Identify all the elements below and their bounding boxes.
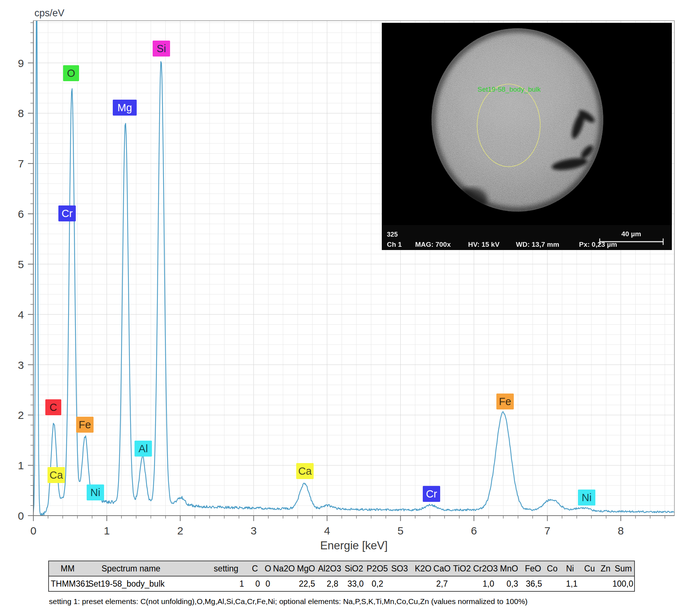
table-column-header: Ni [559, 561, 580, 576]
element-label-text: Mg [117, 102, 132, 113]
table-column-header: Zn [599, 561, 612, 576]
table-cell: THMM361 [49, 576, 86, 591]
table-cell: 1 [205, 576, 247, 591]
table-column-header: FeO [521, 561, 545, 576]
y-axis-unit-label: cps/eV [34, 8, 65, 18]
table-cell [545, 576, 559, 591]
eds-report-page: 0123456780123456789 SiOMgCrCFeAlCaNiCaCr… [0, 0, 686, 616]
table-column-header: MnO [497, 561, 521, 576]
sem-info-item: MAG: 700x [415, 241, 451, 248]
element-label-text: Fe [499, 396, 511, 407]
y-tick-label: 0 [18, 510, 24, 522]
element-label-text: Ca [49, 469, 63, 481]
quantification-table: MMSpectrum namesettingCONa2OMgOAl2O3SiO2… [48, 561, 635, 592]
x-axis-title: Energie [keV] [320, 539, 388, 552]
table-cell [580, 576, 599, 591]
y-tick-label: 1 [18, 459, 24, 471]
table-cell: 100,0 [612, 576, 635, 591]
table-column-header: C [247, 561, 263, 576]
table-cell: 0,2 [367, 576, 386, 591]
element-label-text: Fe [79, 419, 91, 430]
y-tick-label: 6 [18, 208, 24, 220]
table-column-header: O [263, 561, 273, 576]
x-tick-label: 4 [324, 525, 330, 537]
element-label-ca: Ca [47, 467, 65, 483]
table-cell: 2,8 [318, 576, 341, 591]
element-label-text: Ca [298, 465, 312, 477]
table-column-header: P2O5 [367, 561, 386, 576]
table-cell [451, 576, 473, 591]
table-column-header: Sum [612, 561, 635, 576]
element-label-text: Cr [62, 208, 73, 219]
element-label-fe: Fe [76, 417, 94, 433]
table-column-header: Spectrum name [86, 561, 205, 576]
element-label-cr: Cr [58, 205, 76, 221]
x-tick-label: 7 [544, 525, 550, 537]
table-cell: 1,1 [559, 576, 580, 591]
element-label-text: Cr [426, 488, 437, 500]
sem-inset-image: Set19-58_body_bulk 325 Ch 1MAG: 700xHV: … [382, 19, 672, 250]
element-label-text: C [50, 401, 57, 413]
analysis-region-label: Set19-58_body_bulk [478, 86, 541, 93]
table-column-header: Al2O3 [318, 561, 341, 576]
table-column-header: Cr2O3 [473, 561, 497, 576]
table-cell: 0 [247, 576, 263, 591]
element-label-fe: Fe [496, 394, 514, 409]
x-tick-label: 0 [30, 525, 37, 537]
element-label-c: C [45, 399, 61, 415]
sem-frame-number: 325 [387, 231, 398, 238]
quantification-table-wrap: MMSpectrum namesettingCONa2OMgOAl2O3SiO2… [48, 561, 635, 592]
table-column-header: setting [205, 561, 247, 576]
table-column-header: SO3 [386, 561, 413, 576]
element-label-ni: Ni [578, 490, 595, 505]
table-cell: 0,3 [497, 576, 521, 591]
sem-info-item: WD: 13,7 mm [516, 241, 559, 248]
y-tick-label: 9 [18, 57, 24, 69]
element-label-text: O [67, 67, 75, 79]
table-column-header: SiO2 [341, 561, 367, 576]
table-footnote: setting 1: preset elements: C(not unfold… [49, 597, 528, 606]
table-column-header: TiO2 [451, 561, 473, 576]
y-tick-label: 2 [18, 409, 24, 421]
table-row: THMM361Set19-58_body_bulk10022,52,833,00… [49, 576, 635, 591]
sem-info-item: Ch 1 [387, 241, 402, 248]
table-cell: 0 [263, 576, 273, 591]
eds-spectrum-chart: 0123456780123456789 SiOMgCrCFeAlCaNiCaCr… [0, 0, 686, 558]
table-cell [386, 576, 413, 591]
x-tick-label: 3 [251, 525, 257, 537]
table-cell [599, 576, 612, 591]
element-label-text: Al [139, 443, 148, 454]
table-column-header: K2O [413, 561, 433, 576]
table-cell: 2,7 [433, 576, 451, 591]
table-column-header: Co [545, 561, 559, 576]
table-column-header: Na2O [273, 561, 294, 576]
x-tick-label: 6 [471, 525, 477, 537]
x-tick-label: 1 [104, 525, 110, 537]
table-cell [273, 576, 294, 591]
table-column-header: CaO [433, 561, 451, 576]
table-cell [413, 576, 433, 591]
table-cell: 33,0 [341, 576, 367, 591]
element-label-ca: Ca [296, 463, 314, 479]
y-tick-label: 4 [18, 309, 24, 321]
sem-info-item: HV: 15 kV [468, 241, 500, 248]
y-tick-label: 3 [18, 359, 24, 371]
table-cell: 1,0 [473, 576, 497, 591]
table-cell: Set19-58_body_bulk [86, 576, 205, 591]
table-cell: 22,5 [294, 576, 318, 591]
table-column-header: MgO [294, 561, 318, 576]
sem-scale-label: 40 µm [621, 230, 641, 238]
element-label-text: Ni [90, 487, 100, 498]
table-column-header: MM [49, 561, 86, 576]
element-label-si: Si [153, 41, 170, 57]
element-label-mg: Mg [113, 100, 137, 116]
x-tick-label: 5 [397, 525, 404, 537]
element-label-cr: Cr [423, 486, 440, 502]
element-label-ni: Ni [87, 484, 104, 500]
y-tick-label: 8 [18, 107, 24, 119]
table-column-header: Cu [580, 561, 599, 576]
x-tick-label: 2 [177, 525, 183, 537]
element-label-text: Si [157, 43, 166, 54]
element-label-o: O [63, 65, 79, 81]
x-tick-label: 8 [618, 525, 624, 537]
